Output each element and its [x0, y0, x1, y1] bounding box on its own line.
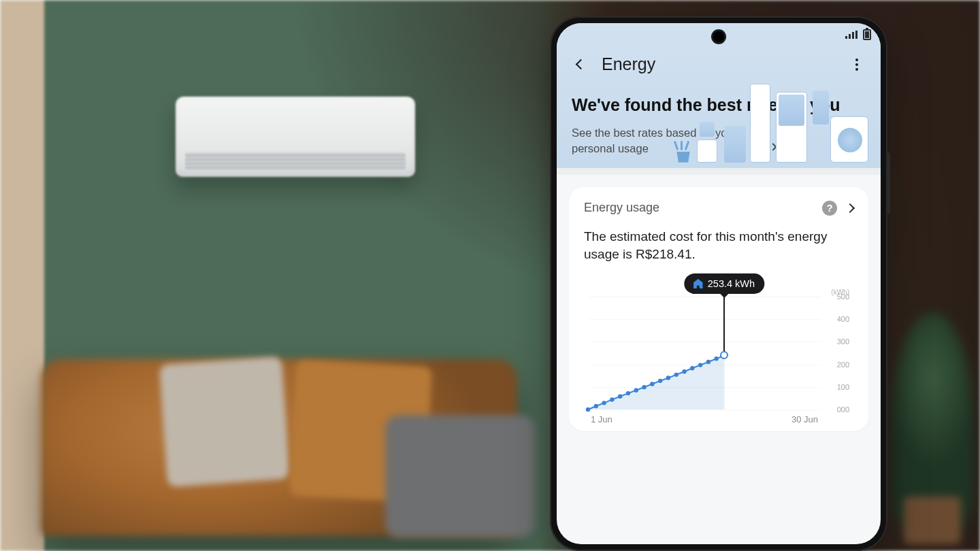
y-tick-label: 200 — [837, 361, 849, 369]
blanket-illustration — [385, 415, 535, 537]
cost-suffix: . — [691, 247, 695, 261]
y-tick-label: 300 — [837, 337, 849, 346]
chart-tooltip: 253.4 kWh — [685, 273, 764, 294]
content-area: Energy usage ? The estimated cost for th… — [557, 168, 881, 431]
pillow-illustration — [159, 356, 290, 487]
svg-point-1 — [594, 404, 598, 408]
svg-point-2 — [602, 401, 606, 405]
y-tick-label: 500 — [837, 293, 849, 301]
plant-pot-illustration — [904, 497, 961, 544]
usage-chart[interactable]: (kWh) 000100200300400500253.4 kWh 1 Jun … — [584, 276, 853, 426]
x-axis-label-start: 1 Jun — [591, 414, 612, 424]
section-divider — [557, 168, 881, 175]
svg-point-14 — [698, 363, 702, 367]
svg-point-13 — [690, 366, 694, 370]
svg-point-7 — [642, 385, 646, 389]
help-icon[interactable]: ? — [822, 201, 837, 216]
phone-side-button — [887, 152, 890, 214]
svg-point-12 — [682, 369, 686, 373]
card-title: Energy usage — [584, 201, 813, 215]
svg-point-4 — [618, 395, 622, 399]
svg-point-9 — [658, 379, 662, 383]
svg-point-0 — [586, 407, 590, 412]
svg-point-15 — [706, 360, 710, 364]
y-tick-label: 000 — [837, 405, 849, 414]
phone-frame: Energy We've found the best rate for you… — [550, 16, 887, 551]
camera-hole — [713, 31, 724, 42]
svg-point-16 — [714, 356, 718, 361]
x-axis-label-end: 30 Jun — [791, 414, 818, 424]
page-title: Energy — [602, 54, 655, 74]
chevron-right-icon[interactable] — [845, 203, 855, 213]
y-tick-label: 400 — [837, 315, 849, 323]
card-body-text: The estimated cost for this month's ener… — [584, 228, 853, 264]
energy-usage-card: Energy usage ? The estimated cost for th… — [569, 187, 868, 431]
chart-active-point — [720, 351, 728, 359]
battery-icon — [863, 29, 871, 40]
ac-unit-illustration — [176, 97, 415, 177]
appliances-illustration — [670, 59, 874, 168]
cost-prefix: The estimated cost for this month's ener… — [584, 229, 827, 262]
hero-section: Energy We've found the best rate for you… — [557, 46, 881, 168]
svg-point-3 — [610, 397, 614, 401]
svg-point-6 — [634, 388, 638, 393]
signal-icon — [845, 31, 858, 39]
cost-value: R$218.41 — [636, 247, 691, 261]
chevron-left-icon — [575, 59, 586, 70]
back-button[interactable] — [572, 56, 589, 73]
svg-point-11 — [674, 373, 679, 377]
svg-point-5 — [626, 391, 630, 395]
svg-point-8 — [650, 382, 654, 386]
svg-point-10 — [666, 375, 670, 380]
phone-screen: Energy We've found the best rate for you… — [557, 23, 881, 544]
y-tick-label: 100 — [837, 383, 849, 391]
